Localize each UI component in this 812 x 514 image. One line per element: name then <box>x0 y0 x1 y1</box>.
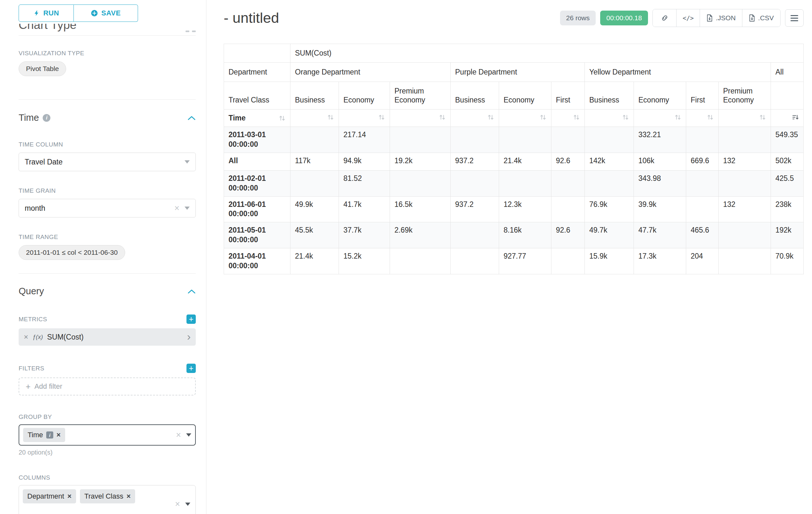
share-link-button[interactable] <box>653 9 676 27</box>
pivot-row-label: 2011-02-01 00:00:00 <box>224 170 290 196</box>
pivot-time-header[interactable]: Time <box>224 110 290 127</box>
pivot-class-header: First <box>551 82 585 110</box>
time-column-label: TIME COLUMN <box>19 141 196 148</box>
chart-type-heading: Chart Type <box>19 24 77 32</box>
info-icon: i <box>43 114 50 122</box>
pivot-cell <box>551 127 585 153</box>
remove-metric-icon[interactable]: × <box>24 332 28 342</box>
bolt-icon <box>33 9 40 17</box>
pivot-cell: 17.3k <box>634 248 686 274</box>
chevron-down-icon <box>185 503 190 506</box>
add-filter-plus-button[interactable]: + <box>186 364 196 373</box>
save-button-label: SAVE <box>102 9 121 17</box>
pivot-sort-cell[interactable] <box>551 110 585 127</box>
run-save-button-group: RUN SAVE <box>19 4 138 22</box>
pivot-cell: 16.5k <box>390 196 451 222</box>
chevron-up-icon[interactable] <box>187 289 196 294</box>
pivot-cell: 49.7k <box>585 222 634 248</box>
export-json-label: .JSON <box>716 14 735 22</box>
pivot-cell: 204 <box>686 248 719 274</box>
columns-pill[interactable]: Travel Class× <box>80 489 135 504</box>
time-range-value[interactable]: 2011-01-01 ≤ col < 2011-06-30 <box>19 245 125 260</box>
sort-icon <box>487 114 494 121</box>
chart-title[interactable]: - untitled <box>224 10 279 26</box>
sort-icon <box>540 114 547 121</box>
pivot-sort-cell[interactable] <box>499 110 551 127</box>
info-icon: i <box>46 431 53 438</box>
pivot-cell: 217.14 <box>339 127 390 153</box>
pivot-corner-cell <box>224 44 290 63</box>
chevron-right-icon[interactable]: › <box>187 331 191 342</box>
sort-icon <box>573 114 580 121</box>
metrics-label: METRICS <box>19 316 47 323</box>
pivot-cell: 669.6 <box>686 153 719 170</box>
query-section-header[interactable]: Query <box>19 286 196 297</box>
pivot-cell: 142k <box>585 153 634 170</box>
pivot-sort-cell[interactable] <box>451 110 499 127</box>
export-json-button[interactable]: .JSON <box>700 9 742 27</box>
sort-icon <box>759 114 766 121</box>
pivot-cell <box>719 248 771 274</box>
chart-panel: - untitled 26 rows 00:00:00.18 </> <box>206 0 812 514</box>
pivot-class-header: Economy <box>499 82 551 110</box>
group-by-label: GROUP BY <box>19 413 196 421</box>
remove-pill-icon[interactable]: × <box>126 492 130 501</box>
run-button[interactable]: RUN <box>19 4 74 22</box>
add-metric-button[interactable]: + <box>186 315 196 324</box>
time-section-header[interactable]: Time i <box>19 112 196 123</box>
clear-icon[interactable]: × <box>175 500 180 509</box>
pivot-sort-cell[interactable] <box>585 110 634 127</box>
time-grain-label: TIME GRAIN <box>19 187 196 194</box>
clear-icon[interactable]: × <box>176 431 181 439</box>
visualization-type-value[interactable]: Pivot Table <box>19 61 66 76</box>
pivot-data-row: 2011-04-01 00:00:0021.4k15.2k927.7715.9k… <box>224 248 804 274</box>
group-by-select[interactable]: Timei× × <box>19 424 196 445</box>
group-by-options-hint: 20 option(s) <box>19 449 196 456</box>
pivot-class-header: First <box>686 82 719 110</box>
pivot-sort-cell[interactable] <box>771 110 804 127</box>
pivot-table: SUM(Cost)DepartmentOrange DepartmentPurp… <box>224 44 804 274</box>
pivot-cell: 49.9k <box>290 196 339 222</box>
pivot-group-header: Orange Department <box>290 63 451 82</box>
pivot-sort-cell[interactable] <box>390 110 451 127</box>
pivot-cell <box>499 127 551 153</box>
pivot-cell <box>451 248 499 274</box>
pivot-sort-cell[interactable] <box>634 110 686 127</box>
pivot-sort-cell[interactable] <box>686 110 719 127</box>
view-query-button[interactable]: </> <box>676 9 700 27</box>
metric-item[interactable]: × ƒ(x) SUM(Cost) › <box>19 328 196 346</box>
pivot-class-header: Premium Economy <box>719 82 771 110</box>
group-by-pill-label: Time <box>28 431 43 439</box>
file-icon <box>749 14 755 22</box>
pivot-cell <box>585 127 634 153</box>
more-options-button[interactable] <box>785 9 804 27</box>
pivot-class-header <box>771 82 804 110</box>
pivot-cell: 41.7k <box>339 196 390 222</box>
query-section-title: Query <box>19 286 44 297</box>
pivot-sort-cell[interactable] <box>719 110 771 127</box>
columns-select[interactable]: Department×Travel Class× × <box>19 485 196 514</box>
remove-pill-icon[interactable]: × <box>57 431 61 439</box>
clear-icon[interactable]: × <box>174 204 179 213</box>
pivot-cell: 238k <box>771 196 804 222</box>
export-csv-button[interactable]: .CSV <box>742 9 780 27</box>
time-grain-select[interactable]: month × <box>19 199 196 217</box>
columns-pill[interactable]: Department× <box>23 489 76 504</box>
add-filter-button[interactable]: + Add filter <box>19 377 196 396</box>
pivot-cell <box>390 170 451 196</box>
pivot-cell: 2.69k <box>390 222 451 248</box>
function-icon: ƒ(x) <box>32 333 43 341</box>
pivot-department-label: Department <box>224 63 290 82</box>
pivot-cell: 937.2 <box>451 153 499 170</box>
time-range-label: TIME RANGE <box>19 234 196 241</box>
pivot-sort-cell[interactable] <box>339 110 390 127</box>
pivot-cell <box>451 170 499 196</box>
export-toolbar: </> .JSON .CSV <box>652 9 781 27</box>
pivot-sort-cell[interactable] <box>290 110 339 127</box>
time-column-select[interactable]: Travel Date <box>19 153 196 171</box>
group-by-pill[interactable]: Timei× <box>23 428 65 442</box>
save-button[interactable]: SAVE <box>74 4 138 22</box>
chevron-up-icon[interactable] <box>187 115 196 120</box>
remove-pill-icon[interactable]: × <box>67 492 71 501</box>
pivot-cell: 92.6 <box>551 153 585 170</box>
